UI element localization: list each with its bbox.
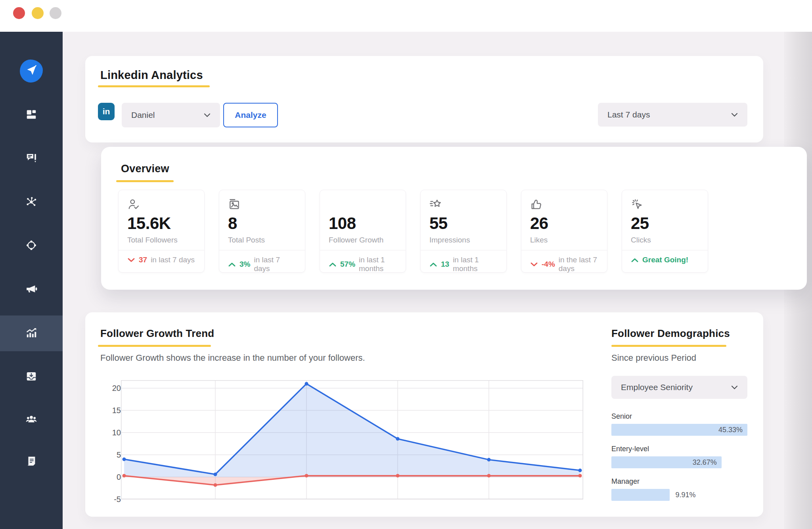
trend-arrow-icon [631,258,639,263]
stat-label: Impressions [429,236,498,244]
sidebar-item-team[interactable] [0,407,63,433]
demo-bar-track: 9.91% [611,489,747,501]
image-icon [228,198,241,211]
trend-arrow-icon [329,262,337,267]
stat-value: 55 [429,214,498,233]
period-select[interactable]: Last 7 days [598,103,747,127]
delta-suffix: in the last 7 days [559,256,598,273]
users-icon [25,413,37,427]
nodes-icon [25,239,37,253]
demographics-section: Follower Demographics Since previous Per… [611,312,747,517]
demo-bar-track: 32.67% [611,456,747,468]
demographics-subtitle: Since previous Period [611,353,696,363]
trend-title-underline [98,345,211,347]
delta-value: Great Going! [642,256,688,264]
stat-delta: -4% in the last 7 days [530,256,598,273]
stat-card-follower-growth[interactable]: 108 Follower Growth 57% in last 1 months [320,190,406,273]
demo-label: Manager [611,477,747,486]
demo-row-manager: Manager 9.91% [611,477,747,501]
demo-bar-track: 45.33% [611,424,747,436]
trend-arrow-icon [530,262,538,267]
divider [219,250,305,250]
linkedin-icon: in [103,107,110,116]
inbox-icon [25,370,37,384]
y-axis-tick: 15 [112,406,121,415]
stat-cards-row: 15.6K Total Followers 37 in last 7 days … [118,190,708,273]
overview-title-underline [116,180,174,182]
account-select-value: Daniel [131,110,155,120]
divider [119,250,204,250]
chevron-down-icon [731,385,738,390]
chevron-down-icon [204,113,211,117]
demo-value: 9.91% [675,489,695,501]
no-icon [329,198,341,211]
account-select[interactable]: Daniel [122,103,220,127]
sidebar-item-campaigns[interactable] [0,277,63,302]
header-card: Linkedin Analytics in Daniel Analyze Las… [85,56,763,142]
stat-value: 8 [228,214,296,233]
stat-card-clicks[interactable]: 25 Clicks Great Going! [622,190,708,273]
sidebar-item-analytics[interactable] [0,321,63,346]
stat-label: Total Posts [228,236,296,244]
sidebar-item-connections[interactable] [0,190,63,215]
divider [320,250,406,250]
minimize-window-button[interactable] [32,7,44,19]
demo-value: 32.67% [611,456,722,468]
stat-label: Likes [530,236,598,244]
delta-suffix: in last 1 months [453,256,498,273]
sidebar-item-posts[interactable] [0,146,63,171]
close-window-button[interactable] [13,7,25,19]
area-chart [121,380,583,499]
stat-card-total-posts[interactable]: 8 Total Posts 3% in last 7 days [219,190,305,273]
thumbs-up-icon [530,198,543,211]
stat-label: Follower Growth [329,236,397,244]
demo-value: 45.33% [611,424,747,436]
stat-value: 108 [329,214,397,233]
sidebar-item-audience[interactable] [0,233,63,259]
dashboard-icon [25,108,37,122]
post-compose-icon [25,152,37,165]
chevron-down-icon [731,113,738,117]
stat-card-impressions[interactable]: 55 Impressions 13 in last 1 months [420,190,507,273]
report-icon [25,455,37,469]
zoom-window-button[interactable] [50,7,61,19]
overview-panel: Overview 15.6K Total Followers 37 in las… [101,147,807,290]
sidebar-item-logo[interactable] [20,60,43,83]
sidebar [0,32,63,529]
delta-value: 37 [139,256,147,264]
demographics-title: Follower Demographics [611,327,730,340]
follower-growth-chart[interactable] [121,380,583,499]
follower-growth-card: Follower Growth Trend Follower Growth sh… [85,312,763,517]
seniority-select-value: Employee Seniority [621,383,693,392]
chart-y-axis: 20151050-5 [97,380,121,499]
y-axis-tick: 0 [117,473,121,482]
y-axis-tick: -5 [114,495,121,504]
period-select-value: Last 7 days [607,110,650,119]
stat-delta: 37 in last 7 days [127,256,195,264]
stat-value: 25 [631,214,699,233]
analytics-icon [25,327,37,340]
stat-delta: Great Going! [631,256,699,264]
trend-arrow-icon [429,262,437,267]
stat-value: 15.6K [127,214,195,233]
sidebar-item-reports[interactable] [0,449,63,475]
delta-value: 13 [441,260,449,269]
delta-suffix: in last 7 days [254,256,296,273]
analyze-button[interactable]: Analyze [223,103,278,127]
demo-bar: 45.33% [611,424,747,436]
demo-label: Entery-level [611,445,747,453]
seniority-select[interactable]: Employee Seniority [611,376,747,399]
sidebar-item-inbox[interactable] [0,364,63,390]
cursor-click-icon [631,198,643,211]
stat-card-likes[interactable]: 26 Likes -4% in the last 7 days [521,190,607,273]
trend-arrow-icon [228,262,236,267]
linkedin-badge: in [98,103,115,120]
sidebar-item-dashboard[interactable] [0,102,63,128]
demo-label: Senior [611,412,747,421]
divider [421,250,506,250]
network-icon [25,196,37,209]
delta-value: -4% [542,260,555,269]
stat-card-total-followers[interactable]: 15.6K Total Followers 37 in last 7 days [118,190,205,273]
megaphone-icon [25,283,37,296]
y-axis-tick: 10 [112,428,121,437]
